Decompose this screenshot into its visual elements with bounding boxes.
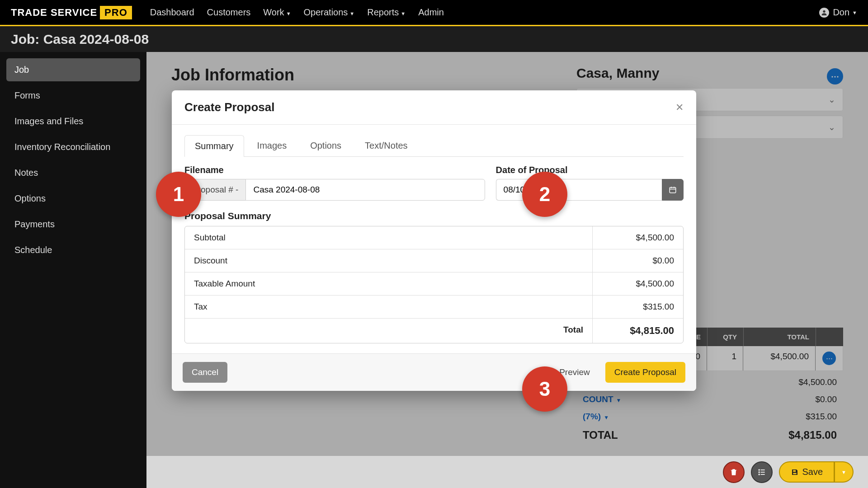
save-button[interactable]: Save [779, 461, 835, 483]
date-input[interactable] [496, 179, 662, 201]
nav-items: Dashboard Customers Work▼ Operations▼ Re… [150, 7, 444, 18]
user-menu[interactable]: Don ▼ [819, 7, 857, 18]
user-icon [819, 8, 829, 18]
sidebar-item-forms[interactable]: Forms [6, 84, 140, 107]
list-button[interactable] [751, 461, 773, 483]
caret-down-icon: ▼ [841, 469, 846, 475]
nav-reports[interactable]: Reports▼ [367, 7, 406, 18]
job-header: Job: Casa 2024-08-08 [0, 26, 868, 52]
tab-options[interactable]: Options [300, 135, 352, 156]
caret-down-icon: ▼ [286, 11, 291, 16]
filename-input[interactable] [245, 179, 485, 201]
delete-button[interactable] [723, 461, 745, 483]
svg-point-0 [823, 10, 826, 12]
top-nav: TRADE SERVICE PRO Dashboard Customers Wo… [0, 0, 868, 26]
sidebar-footer-fill [0, 455, 146, 488]
sidebar-item-job[interactable]: Job [6, 58, 140, 81]
close-button[interactable]: ✕ [675, 102, 684, 113]
modal-tabs: Summary Images Options Text/Notes [184, 135, 684, 157]
svg-point-3 [758, 471, 760, 473]
job-title: Job: Casa 2024-08-08 [11, 32, 149, 47]
create-proposal-button[interactable]: Create Proposal [605, 362, 685, 383]
nav-dashboard[interactable]: Dashboard [150, 7, 194, 18]
nav-customers[interactable]: Customers [207, 7, 251, 18]
summary-row: Subtotal $4,500.00 [185, 226, 683, 249]
caret-down-icon: ▼ [349, 11, 354, 16]
sidebar: Job Forms Images and Files Inventory Rec… [0, 52, 146, 455]
list-icon [757, 468, 766, 477]
brand-name: TRADE SERVICE [11, 7, 97, 19]
proposal-summary-table: Subtotal $4,500.00 Discount $0.00 Taxabl… [184, 226, 684, 343]
nav-work[interactable]: Work▼ [263, 7, 291, 18]
sidebar-item-notes[interactable]: Notes [6, 161, 140, 184]
nav-operations[interactable]: Operations▼ [304, 7, 355, 18]
svg-point-5 [758, 474, 760, 475]
brand-badge: PRO [100, 6, 132, 19]
proposal-summary-label: Proposal Summary [184, 211, 684, 221]
summary-row: Discount $0.00 [185, 249, 683, 272]
date-picker-button[interactable] [662, 179, 684, 201]
filename-label: Filename [184, 165, 485, 175]
sidebar-item-payments[interactable]: Payments [6, 213, 140, 236]
svg-point-1 [758, 469, 760, 470]
trash-icon [729, 468, 738, 477]
svg-rect-2 [760, 469, 764, 470]
callout-2: 2 [522, 172, 567, 217]
tab-summary[interactable]: Summary [184, 135, 244, 157]
tab-images[interactable]: Images [247, 135, 297, 156]
calendar-icon [669, 186, 677, 194]
nav-admin[interactable]: Admin [418, 7, 444, 18]
save-button-group: Save ▼ [779, 461, 854, 483]
modal-title: Create Proposal [184, 100, 274, 114]
save-dropdown[interactable]: ▼ [835, 461, 854, 483]
svg-rect-4 [760, 472, 764, 473]
date-label: Date of Proposal [496, 165, 684, 175]
summary-row: Tax $315.00 [185, 296, 683, 319]
create-proposal-modal: Create Proposal ✕ Summary Images Options… [172, 90, 696, 391]
sidebar-item-options[interactable]: Options [6, 187, 140, 210]
caret-down-icon: ▼ [852, 10, 857, 15]
modal-header: Create Proposal ✕ [172, 90, 696, 125]
summary-row: Taxable Amount $4,500.00 [185, 272, 683, 296]
brand-logo: TRADE SERVICE PRO [11, 6, 132, 19]
svg-rect-6 [760, 474, 764, 475]
sidebar-item-schedule[interactable]: Schedule [6, 239, 140, 262]
callout-3: 3 [522, 366, 567, 412]
callout-1: 1 [156, 172, 201, 217]
sidebar-item-inventory[interactable]: Inventory Reconciliation [6, 136, 140, 159]
cancel-button[interactable]: Cancel [183, 362, 227, 383]
footer-action-bar: Save ▼ [146, 455, 868, 488]
tab-text-notes[interactable]: Text/Notes [354, 135, 418, 156]
sidebar-item-images[interactable]: Images and Files [6, 110, 140, 133]
save-icon [791, 468, 799, 476]
modal-footer: Cancel Preview Create Proposal [172, 353, 696, 391]
summary-total-row: Total $4,815.00 [185, 319, 683, 343]
user-name: Don [833, 7, 849, 18]
svg-rect-7 [670, 188, 676, 193]
caret-down-icon: ▼ [401, 11, 406, 16]
